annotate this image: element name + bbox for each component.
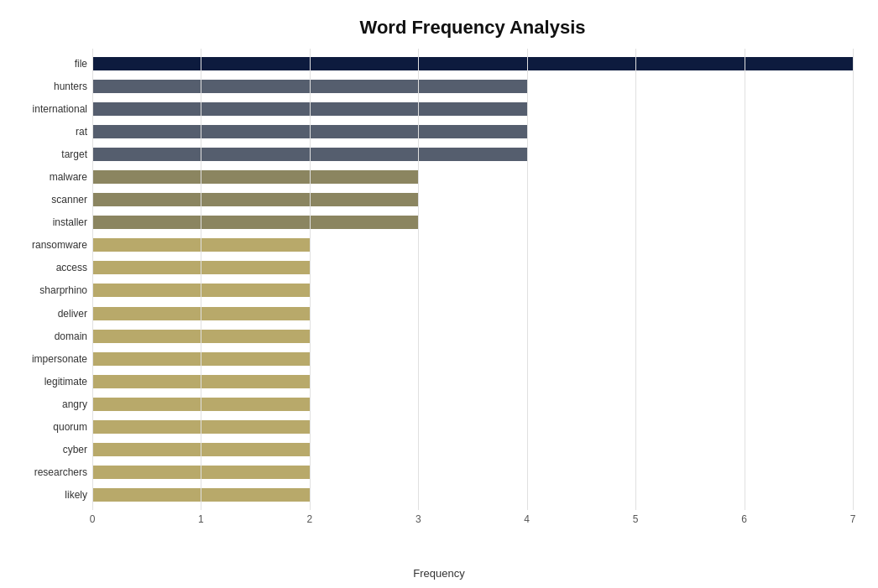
bar-row: ransomware [92, 237, 853, 252]
x-axis: 01234567 [92, 510, 853, 535]
chart-title: Word Frequency Analysis [92, 17, 853, 39]
grid-line [92, 49, 93, 510]
grid-line [527, 49, 528, 510]
bar-label: target [0, 148, 87, 160]
bar-label: cyber [0, 444, 87, 455]
bar-row: legitimate [92, 374, 853, 389]
x-tick: 4 [524, 513, 530, 525]
bar-label: hunters [0, 81, 87, 92]
chart-area: 01234567 filehuntersinternationalrattarg… [92, 49, 853, 535]
bar-label: angry [0, 398, 87, 410]
bar-row: quorum [92, 419, 853, 434]
bar-label: likely [0, 489, 87, 501]
x-tick: 2 [307, 513, 313, 525]
bar-row: scanner [92, 192, 853, 207]
bar-label: researchers [0, 466, 87, 478]
bar [92, 170, 418, 184]
bar-row: target [92, 147, 853, 162]
grid-line [418, 49, 419, 510]
bar-label: scanner [0, 194, 87, 206]
bar [92, 216, 418, 229]
grid-line [635, 49, 636, 510]
x-tick: 1 [198, 513, 204, 525]
grid-line [745, 49, 745, 510]
bar-row: angry [92, 397, 853, 412]
bar-row: deliver [92, 306, 853, 321]
bar-row: sharprhino [92, 283, 853, 298]
bar-label: international [0, 103, 87, 115]
bar-label: domain [0, 330, 87, 342]
bar-label: ransomware [0, 239, 87, 251]
bar-label: malware [0, 171, 87, 183]
grid-line [853, 49, 854, 510]
bar-label: legitimate [0, 376, 87, 388]
bar-row: likely [92, 487, 853, 502]
bar-label: rat [0, 126, 87, 138]
bar-row: access [92, 260, 853, 275]
bar-label: sharprhino [0, 284, 87, 296]
grid-line [201, 49, 201, 510]
bar-row: impersonate [92, 351, 853, 367]
bar-row: cyber [92, 442, 853, 457]
x-tick: 5 [633, 513, 639, 525]
x-tick: 7 [850, 513, 856, 525]
bar-row: researchers [92, 465, 853, 480]
grid-line [310, 49, 311, 510]
bar-row: domain [92, 329, 853, 344]
bar-row: international [92, 101, 853, 117]
bar-label: installer [0, 216, 87, 228]
chart-container: Word Frequency Analysis 01234567 filehun… [0, 0, 878, 588]
bars-container: filehuntersinternationalrattargetmalware… [92, 49, 853, 510]
bar-row: rat [92, 124, 853, 139]
x-tick: 3 [415, 513, 421, 525]
bar-label: impersonate [0, 353, 87, 365]
x-tick: 6 [741, 513, 747, 525]
bar-label: access [0, 262, 87, 273]
bar-row: hunters [92, 79, 853, 94]
bar-label: quorum [0, 421, 87, 433]
bar [92, 57, 853, 70]
bar [92, 193, 418, 206]
bar-row: file [92, 56, 853, 71]
bar-label: file [0, 58, 87, 70]
bar-row: installer [92, 215, 853, 230]
x-tick: 0 [90, 513, 96, 525]
x-axis-label: Frequency [0, 567, 878, 580]
bar-row: malware [92, 169, 853, 185]
bar-label: deliver [0, 308, 87, 320]
